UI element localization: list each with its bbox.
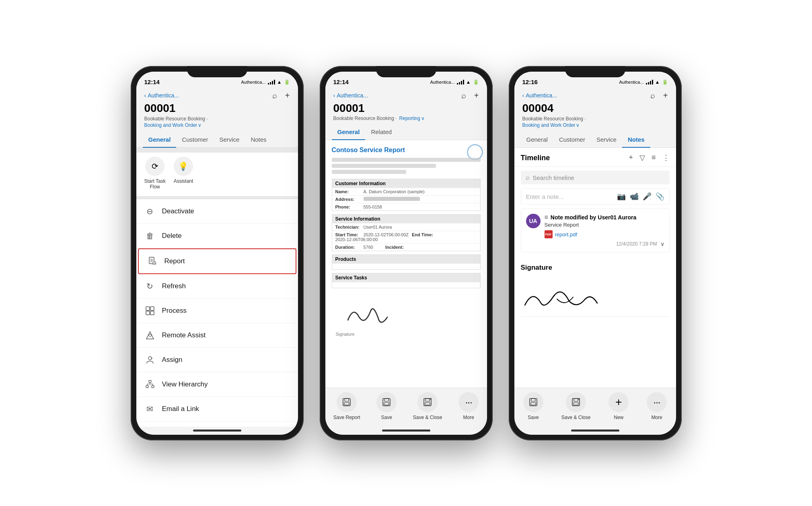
save-button-2[interactable]: Save <box>376 392 397 420</box>
attach-icon[interactable]: 📎 <box>656 192 664 201</box>
assign-icon <box>144 354 156 366</box>
add-icon-1[interactable]: + <box>285 91 290 100</box>
menu-item-flow[interactable]: ≫ Flow <box>136 421 298 426</box>
phone-label: Phone: <box>335 204 364 209</box>
save-close-button-2[interactable]: Save & Close <box>413 392 442 420</box>
back-button-1[interactable]: ‹ Authentica... <box>144 92 179 99</box>
save-button-3[interactable]: Save <box>523 392 543 420</box>
start-task-flow-btn[interactable]: ⟳ Start TaskFlow <box>144 157 166 190</box>
mic-icon[interactable]: 🎤 <box>643 192 652 201</box>
menu-item-assign[interactable]: Assign <box>136 348 298 372</box>
more-button-2[interactable]: ··· More <box>458 392 479 420</box>
timeline-search-bar[interactable]: ⌕ Search timeline <box>521 171 670 184</box>
report-row-technician: Technician: User01 Aurora <box>332 223 480 231</box>
search-icon-2[interactable]: ⌕ <box>461 91 466 100</box>
search-icon-1[interactable]: ⌕ <box>272 91 277 100</box>
svg-rect-9 <box>150 307 154 310</box>
breadcrumb-dropdown-3[interactable]: Booking and Work Order ∨ <box>522 122 668 129</box>
menu-item-report[interactable]: Report <box>138 248 296 274</box>
timeline-filter-icon[interactable]: ▽ <box>639 153 645 162</box>
customer-info-header: Customer Information <box>332 179 480 188</box>
back-label-3: Authentica... <box>526 92 557 99</box>
end-time-label: End Time: <box>412 232 440 237</box>
note-expand-icon[interactable]: ∨ <box>660 241 664 247</box>
tab-service-1[interactable]: Service <box>214 132 245 148</box>
back-button-3[interactable]: ‹ Authentica... <box>522 92 557 99</box>
home-indicator-2 <box>325 427 487 435</box>
incident-label: Incident: <box>385 245 413 250</box>
app-header-1: ‹ Authentica... ⌕ + 00001 Bookable Resou… <box>136 89 298 132</box>
start-time-value: 2020-12-02T06:00:00Z <box>364 232 409 237</box>
tabs-bar-3: General Customer Service Notes <box>514 132 676 148</box>
app-header-2: ‹ Authentica... ⌕ + 00001 Bookable Resou… <box>325 89 487 124</box>
save-icon-3 <box>523 392 543 412</box>
add-icon-2[interactable]: + <box>474 91 479 100</box>
back-label-2: Authentica... <box>337 92 368 99</box>
save-report-button[interactable]: Save Report <box>333 392 360 420</box>
new-label-3: New <box>614 415 623 420</box>
record-subtitle-1: Bookable Resource Booking · Booking and … <box>144 116 290 129</box>
menu-item-remote-assist[interactable]: Remote Assist <box>136 323 298 348</box>
task-flow-icon: ⟳ <box>145 157 164 176</box>
home-indicator-3 <box>514 427 676 435</box>
avatar: UA <box>526 214 541 228</box>
menu-item-process[interactable]: Process <box>136 299 298 323</box>
report-view: Contoso Service Report Customer Informat… <box>325 140 487 347</box>
view-hierarchy-label: View Hierarchy <box>162 380 208 388</box>
video-icon[interactable]: 📹 <box>630 192 639 201</box>
tab-notes-1[interactable]: Notes <box>245 132 272 148</box>
tab-general-1[interactable]: General <box>143 132 177 148</box>
wifi-icon-1: ▲ <box>277 79 282 85</box>
technician-value: User01 Aurora <box>364 225 392 229</box>
camera-icon[interactable]: 📷 <box>617 192 626 201</box>
duration-value: 5760 <box>364 245 373 250</box>
save-close-button-3[interactable]: Save & Close <box>561 392 591 420</box>
record-id-1: 00001 <box>144 102 290 115</box>
save-close-icon-2 <box>417 392 438 412</box>
signature-scribble-report <box>336 300 416 328</box>
tab-customer-3[interactable]: Customer <box>553 132 591 148</box>
menu-item-email-link[interactable]: ✉ Email a Link <box>136 397 298 421</box>
tab-general-2[interactable]: General <box>332 124 366 140</box>
note-input-placeholder: Enter a note... <box>526 193 564 200</box>
back-button-2[interactable]: ‹ Authentica... <box>333 92 368 99</box>
service-tasks-header: Service Tasks <box>332 273 480 282</box>
signature-section-title: Signature <box>521 264 670 272</box>
menu-item-delete[interactable]: 🗑 Delete <box>136 224 298 248</box>
save-label-2: Save <box>381 415 392 420</box>
back-row-1: ‹ Authentica... ⌕ + <box>144 91 290 100</box>
screen-2: 12:14 Authentica... ▲ 🔋 <box>325 72 487 435</box>
tab-notes-3[interactable]: Notes <box>622 132 650 148</box>
tab-related-2[interactable]: Related <box>365 124 397 140</box>
search-icon-3[interactable]: ⌕ <box>650 91 655 100</box>
timeline-sort-icon[interactable]: ≡ <box>652 153 656 162</box>
reporting-dropdown[interactable]: Reporting ∨ <box>399 116 425 121</box>
tab-general-3[interactable]: General <box>521 132 553 148</box>
new-button-3[interactable]: + New <box>608 392 629 420</box>
back-row-2: ‹ Authentica... ⌕ + <box>333 91 479 100</box>
add-icon-3[interactable]: + <box>663 91 668 100</box>
signature-label-report: Signature <box>336 332 477 337</box>
note-input-area[interactable]: Enter a note... 📷 📹 🎤 📎 <box>521 188 670 204</box>
breadcrumb-dropdown-1[interactable]: Booking and Work Order ∨ <box>144 122 290 129</box>
tab-service-3[interactable]: Service <box>591 132 622 148</box>
battery-icon-2: 🔋 <box>473 79 479 85</box>
tab-customer-1[interactable]: Customer <box>176 132 214 148</box>
phone-3: 12:16 Authentica... ▲ 🔋 <box>509 66 682 440</box>
timeline-more-icon[interactable]: ⋮ <box>662 153 670 162</box>
attachment-link[interactable]: report.pdf <box>555 231 578 238</box>
more-button-3[interactable]: ··· More <box>647 392 667 420</box>
timeline-add-icon[interactable]: + <box>629 153 633 162</box>
content-area-3: Timeline + ▽ ≡ ⋮ ⌕ Search timeline <box>514 148 676 387</box>
report-row-name: Name: A. Datum Corporation (sample) <box>332 188 480 196</box>
subtitle2-3: Booking and Work Order <box>522 122 576 129</box>
assistant-btn[interactable]: 💡 Assistant <box>174 157 193 190</box>
svg-rect-38 <box>574 399 578 401</box>
menu-item-refresh[interactable]: ↻ Refresh <box>136 274 298 299</box>
signature-area-3 <box>521 277 670 317</box>
note-body: ≡ Note modified by User01 Aurora Service… <box>545 214 664 241</box>
back-chevron-2: ‹ <box>333 92 335 99</box>
menu-item-deactivate[interactable]: ⊖ Deactivate <box>136 199 298 224</box>
status-time-3: 12:16 <box>522 78 538 85</box>
menu-item-view-hierarchy[interactable]: View Hierarchy <box>136 372 298 397</box>
